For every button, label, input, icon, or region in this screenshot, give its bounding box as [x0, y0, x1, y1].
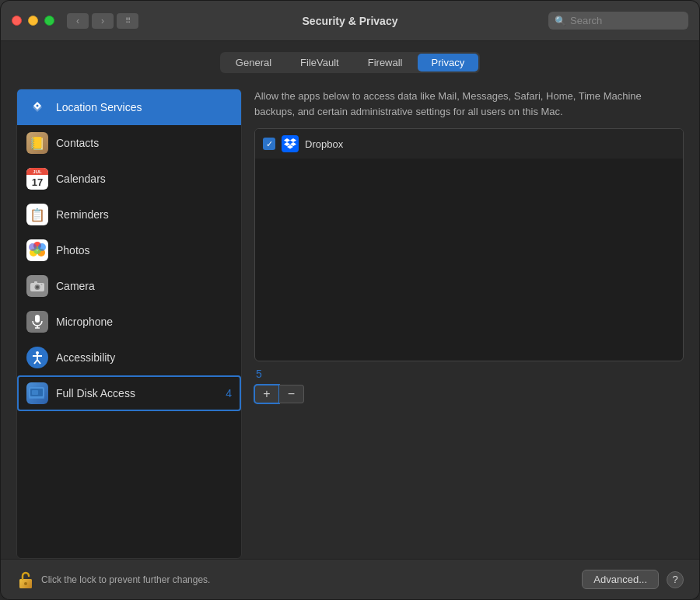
nav-buttons: ‹ › — [67, 13, 114, 29]
tab-filevault[interactable]: FileVault — [286, 54, 353, 72]
remove-button[interactable]: − — [279, 385, 304, 403]
help-button[interactable]: ? — [667, 571, 684, 588]
titlebar: ‹ › ⠿ Security & Privacy 🔍 — [1, 1, 699, 41]
tabs-container: General FileVault Firewall Privacy — [220, 52, 480, 73]
search-icon: 🔍 — [555, 16, 566, 26]
sidebar-item-microphone[interactable]: Microphone — [17, 304, 241, 340]
svg-rect-12 — [35, 315, 40, 323]
dropbox-icon — [282, 135, 299, 152]
grid-button[interactable]: ⠿ — [117, 13, 138, 29]
app-row-dropbox[interactable]: ✓ Dropbox — [255, 129, 683, 159]
svg-marker-26 — [284, 142, 290, 146]
svg-point-31 — [24, 582, 27, 585]
accessibility-icon — [26, 347, 48, 368]
sidebar-item-accessibility[interactable]: Accessibility — [17, 340, 241, 375]
add-remove-buttons: + − — [254, 385, 684, 403]
photos-icon — [26, 239, 48, 261]
tab-general[interactable]: General — [222, 54, 285, 72]
sidebar: Location Services 📒 Contacts JUL 17 Cale… — [16, 89, 242, 559]
window-title: Security & Privacy — [303, 15, 398, 27]
lock-text: Click the lock to prevent further change… — [41, 574, 210, 585]
svg-marker-28 — [287, 145, 293, 149]
forward-button[interactable]: › — [92, 13, 114, 29]
sidebar-label-contacts: Contacts — [56, 137, 99, 149]
search-bar[interactable]: 🔍 — [548, 12, 688, 30]
apps-list-container: ✓ Dropbox — [254, 128, 684, 361]
minimize-button[interactable] — [28, 16, 38, 26]
calendars-icon: JUL 17 — [26, 168, 48, 190]
sidebar-label-camera: Camera — [56, 280, 95, 292]
svg-rect-22 — [32, 390, 38, 395]
lock-icon[interactable] — [16, 569, 35, 591]
tabs-area: General FileVault Firewall Privacy — [1, 41, 699, 81]
main-content: Location Services 📒 Contacts JUL 17 Cale… — [1, 81, 699, 559]
dropbox-checkbox[interactable]: ✓ — [263, 138, 275, 150]
sidebar-label-microphone: Microphone — [56, 316, 113, 328]
svg-rect-10 — [34, 281, 37, 284]
traffic-lights — [12, 16, 54, 26]
sidebar-item-reminders[interactable]: 📋 Reminders — [17, 197, 241, 232]
sidebar-item-contacts[interactable]: 📒 Contacts — [17, 125, 241, 161]
back-button[interactable]: ‹ — [67, 13, 89, 29]
svg-marker-27 — [290, 142, 296, 146]
sidebar-item-location-services[interactable]: Location Services — [17, 89, 241, 125]
svg-line-19 — [37, 360, 40, 364]
microphone-icon — [26, 311, 48, 333]
right-panel: Allow the apps below to access data like… — [242, 89, 684, 559]
sidebar-item-camera[interactable]: Camera — [17, 268, 241, 304]
close-button[interactable] — [12, 16, 22, 26]
location-icon — [26, 96, 48, 118]
window: ‹ › ⠿ Security & Privacy 🔍 General FileV… — [0, 0, 700, 600]
svg-point-9 — [36, 286, 39, 289]
app-name-dropbox: Dropbox — [305, 138, 343, 150]
list-number: 5 — [254, 368, 684, 380]
lock-area[interactable]: Click the lock to prevent further change… — [16, 569, 210, 591]
sidebar-item-photos[interactable]: Photos — [17, 232, 241, 268]
svg-point-11 — [41, 284, 43, 285]
sidebar-label-reminders: Reminders — [56, 208, 109, 221]
sidebar-label-location-services: Location Services — [56, 101, 142, 113]
maximize-button[interactable] — [44, 16, 54, 26]
full-disk-access-badge: 4 — [226, 387, 232, 399]
sidebar-item-calendars[interactable]: JUL 17 Calendars — [17, 161, 241, 197]
svg-point-15 — [36, 351, 39, 354]
advanced-button[interactable]: Advanced... — [582, 570, 659, 589]
sidebar-label-full-disk-access: Full Disk Access — [56, 387, 135, 399]
svg-rect-23 — [29, 396, 44, 399]
svg-point-0 — [37, 105, 39, 107]
search-input[interactable] — [570, 15, 682, 26]
svg-point-5 — [38, 243, 46, 251]
tab-privacy[interactable]: Privacy — [418, 54, 479, 72]
bottom-bar: Click the lock to prevent further change… — [1, 559, 699, 599]
description-text: Allow the apps below to access data like… — [254, 89, 684, 119]
svg-marker-24 — [284, 138, 290, 142]
svg-point-6 — [29, 243, 37, 251]
contacts-icon: 📒 — [26, 132, 48, 154]
sidebar-label-calendars: Calendars — [56, 173, 106, 185]
svg-marker-25 — [290, 138, 296, 142]
add-button[interactable]: + — [254, 385, 279, 403]
sidebar-label-accessibility: Accessibility — [56, 351, 115, 364]
sidebar-label-photos: Photos — [56, 244, 90, 256]
reminders-icon: 📋 — [26, 204, 48, 225]
full-disk-access-icon — [26, 382, 48, 404]
sidebar-item-full-disk-access[interactable]: Full Disk Access 4 — [17, 375, 241, 411]
tab-firewall[interactable]: Firewall — [354, 54, 417, 72]
camera-icon — [26, 275, 48, 297]
